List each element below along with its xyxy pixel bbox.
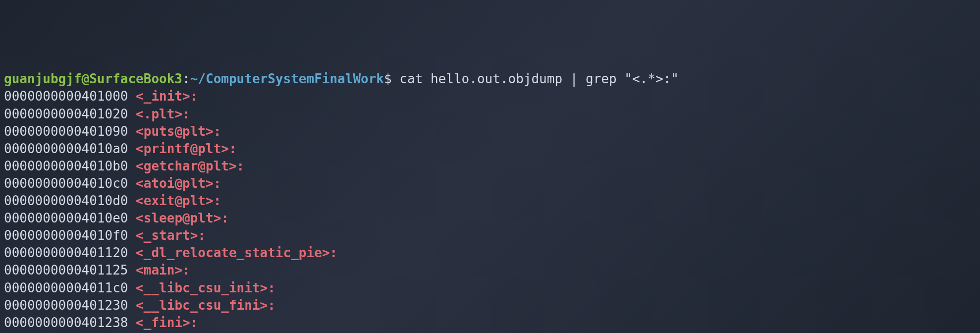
prompt-colon: : (182, 71, 190, 86)
address: 0000000000401020 (4, 107, 128, 121)
symbol-name: <getchar@plt>: (136, 159, 244, 173)
symbol-name: <puts@plt>: (136, 124, 221, 139)
symbol-name: <exit@plt>: (136, 193, 221, 208)
output-line: 0000000000401230 <__libc_csu_fini>: (4, 297, 976, 314)
address: 0000000000401238 (4, 315, 128, 330)
output-line: 0000000000401020 <.plt>: (4, 106, 976, 123)
terminal-output[interactable]: guanjubgjf@SurfaceBook3:~/ComputerSystem… (4, 70, 976, 331)
address: 00000000004010f0 (4, 228, 128, 243)
address: 00000000004010d0 (4, 193, 128, 208)
output-line: 0000000000401090 <puts@plt>: (4, 123, 976, 140)
address: 00000000004010e0 (4, 211, 128, 225)
output-line: 0000000000401238 <_fini>: (4, 314, 976, 332)
address: 00000000004010a0 (4, 141, 128, 156)
address: 0000000000401090 (4, 124, 128, 139)
command-text: cat hello.out.objdump | grep "<.*>:" (399, 71, 679, 86)
address: 0000000000401120 (4, 245, 128, 260)
symbol-name: <_init>: (136, 89, 198, 104)
output-line: 00000000004010e0 <sleep@plt>: (4, 210, 976, 227)
symbol-name: <main>: (136, 263, 190, 278)
prompt-dollar: $ (384, 71, 399, 86)
output-line: 00000000004010a0 <printf@plt>: (4, 140, 976, 158)
prompt-line: guanjubgjf@SurfaceBook3:~/ComputerSystem… (4, 70, 976, 88)
output-line: 00000000004010f0 <_start>: (4, 227, 976, 244)
symbol-name: <sleep@plt>: (136, 211, 229, 225)
symbol-name: <__libc_csu_init>: (136, 280, 275, 295)
symbol-name: <printf@plt>: (136, 141, 237, 156)
address: 0000000000401000 (4, 89, 128, 104)
output-line: 0000000000401125 <main>: (4, 262, 976, 279)
address: 0000000000401125 (4, 263, 128, 278)
symbol-name: <_start>: (136, 228, 206, 243)
output-line: 00000000004010d0 <exit@plt>: (4, 192, 976, 210)
address: 00000000004010b0 (4, 159, 128, 173)
output-line: 0000000000401120 <_dl_relocate_static_pi… (4, 244, 976, 262)
prompt-path: ~/ComputerSystemFinalWork (190, 71, 384, 86)
address: 0000000000401230 (4, 298, 128, 313)
output-line: 00000000004010c0 <atoi@plt>: (4, 175, 976, 192)
address: 00000000004010c0 (4, 176, 128, 191)
output-line: 00000000004011c0 <__libc_csu_init>: (4, 279, 976, 297)
symbol-name: <__libc_csu_fini>: (136, 298, 275, 313)
symbol-name: <_fini>: (136, 315, 198, 330)
output-line: 00000000004010b0 <getchar@plt>: (4, 158, 976, 175)
prompt-user-host: guanjubgjf@SurfaceBook3 (4, 71, 182, 86)
symbol-name: <_dl_relocate_static_pie>: (136, 245, 337, 260)
output-line: 0000000000401000 <_init>: (4, 88, 976, 105)
symbol-name: <atoi@plt>: (136, 176, 221, 191)
symbol-name: <.plt>: (136, 107, 190, 121)
address: 00000000004011c0 (4, 280, 128, 295)
